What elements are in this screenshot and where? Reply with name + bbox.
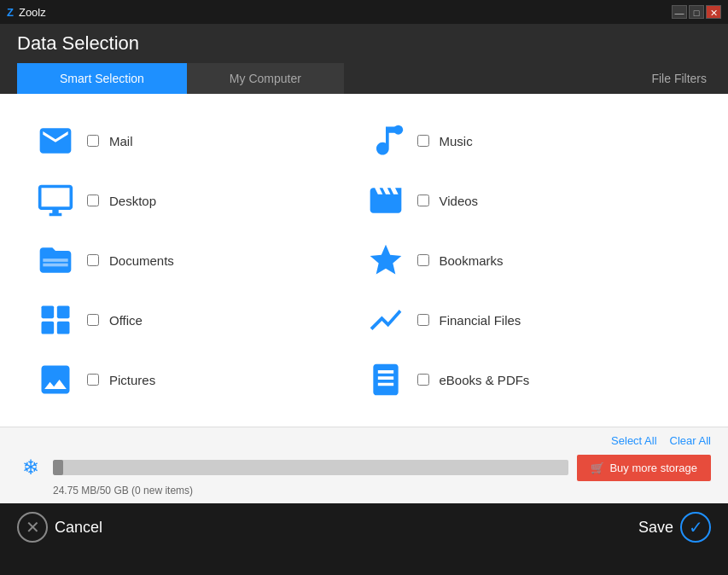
storage-info: 24.75 MB/50 GB (0 new items) [53,485,711,497]
videos-label: Videos [440,194,479,208]
title-bar-left: Z Zoolz [7,6,46,19]
desktop-checkbox[interactable] [87,195,99,206]
cart-icon: 🛒 [591,462,604,474]
file-filters-button[interactable]: File Filters [651,72,711,85]
app-title: Zoolz [19,6,46,19]
financial-label: Financial Files [440,313,521,328]
list-item-videos: Videos [364,171,695,230]
documents-checkbox[interactable] [87,254,99,266]
mail-icon [34,119,77,162]
bookmarks-checkbox[interactable] [417,254,429,266]
minimize-button[interactable]: — [672,5,687,19]
cancel-label: Cancel [55,519,102,537]
ebooks-checkbox[interactable] [417,374,429,386]
footer: ✕ Cancel Save ✓ [0,503,728,551]
clear-all-button[interactable]: Clear All [670,434,711,447]
list-item-pictures: Pictures [34,350,364,409]
bottom-bar: Select All Clear All ❄ 🛒 Buy more storag… [0,427,728,503]
window-controls[interactable]: — □ ✕ [672,5,721,19]
svg-rect-1 [43,258,67,262]
videos-checkbox[interactable] [417,195,429,206]
mail-checkbox[interactable] [87,135,99,147]
storage-row: ❄ 🛒 Buy more storage [17,454,711,481]
bookmarks-icon [364,239,407,282]
main-content: Mail Music Desktop Videos [0,94,728,427]
tab-bar: Smart Selection My Computer File Filters [17,63,711,94]
save-button[interactable]: Save ✓ [638,512,711,543]
office-checkbox[interactable] [87,314,99,326]
svg-point-0 [393,125,403,135]
music-icon [364,119,407,162]
office-icon [34,299,77,341]
tabs: Smart Selection My Computer [17,63,344,94]
desktop-label: Desktop [109,194,156,208]
music-label: Music [440,134,473,148]
office-label: Office [109,313,143,328]
documents-label: Documents [109,253,174,268]
storage-progress-bar [53,460,568,475]
svg-rect-3 [42,306,55,319]
save-label: Save [638,519,673,537]
tab-smart-selection[interactable]: Smart Selection [17,63,187,94]
ebooks-label: eBooks & PDFs [440,373,530,387]
financial-icon [364,299,407,341]
title-bar: Z Zoolz — □ ✕ [0,0,728,24]
music-checkbox[interactable] [417,135,429,147]
list-item-documents: Documents [34,230,364,290]
save-icon: ✓ [680,512,711,543]
list-item-music: Music [364,111,695,171]
bookmarks-label: Bookmarks [440,253,504,268]
buy-storage-button[interactable]: 🛒 Buy more storage [577,455,711,481]
tab-my-computer[interactable]: My Computer [187,63,344,94]
cancel-button[interactable]: ✕ Cancel [17,512,102,543]
pictures-checkbox[interactable] [87,374,99,386]
svg-rect-2 [43,264,67,267]
list-item-financial: Financial Files [364,290,695,350]
desktop-icon [34,179,77,222]
app-logo: Z [7,6,14,19]
financial-checkbox[interactable] [417,314,429,326]
header: Data Selection Smart Selection My Comput… [0,24,728,94]
pictures-icon [34,358,77,401]
svg-rect-5 [42,322,55,334]
documents-icon [34,239,77,282]
ebooks-icon [364,358,407,401]
buy-storage-label: Buy more storage [609,462,697,474]
list-item-desktop: Desktop [34,171,364,230]
list-item-bookmarks: Bookmarks [364,230,695,290]
close-button[interactable]: ✕ [706,5,721,19]
list-item-office: Office [34,290,364,350]
mail-label: Mail [109,134,133,148]
svg-rect-4 [57,306,70,319]
page-title: Data Selection [17,32,711,55]
pictures-label: Pictures [109,373,155,387]
list-item-ebooks: eBooks & PDFs [364,350,695,409]
svg-rect-6 [57,322,70,334]
select-controls: Select All Clear All [17,434,711,447]
maximize-button[interactable]: □ [689,5,704,19]
progress-fill [53,460,63,475]
videos-icon [364,179,407,222]
select-all-button[interactable]: Select All [611,434,656,447]
list-item-mail: Mail [34,111,364,171]
snowflake-icon: ❄ [17,454,44,481]
cancel-icon: ✕ [17,512,48,543]
